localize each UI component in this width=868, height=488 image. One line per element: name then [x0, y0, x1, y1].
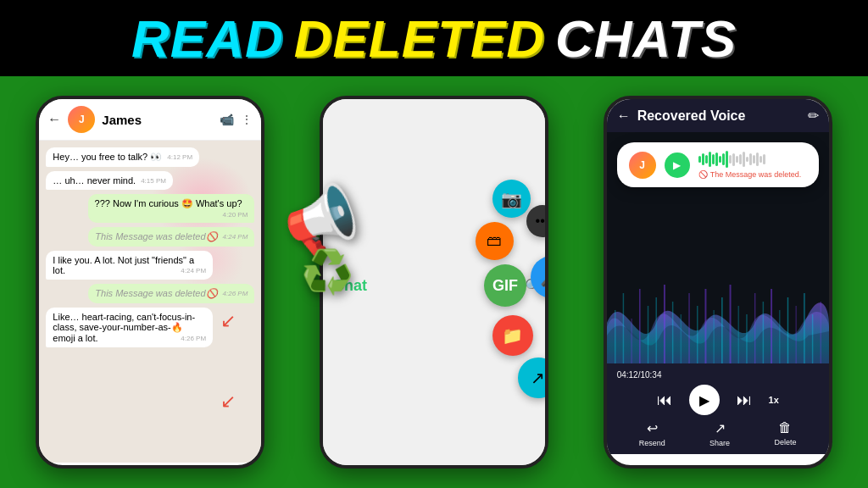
chat-messages: Hey… you free to talk? 👀4:12 PM … uh… ne… [39, 141, 261, 463]
phone1-topbar: ← J James 📹 ⋮ [39, 99, 261, 141]
play-button[interactable]: ▶ [665, 152, 690, 178]
delete-label: Delete [774, 438, 796, 446]
voice-content: J ▶ [607, 132, 829, 454]
search-icon[interactable]: 🔍 [525, 278, 542, 294]
phone2-mockup: Chat 🔍 J James 🚫 The messages was delet.… [320, 96, 548, 469]
voice-message-bubble: J ▶ [617, 142, 819, 187]
share-label: Share [709, 439, 730, 447]
play-pause-button[interactable]: ▶ [689, 385, 720, 415]
speed-badge[interactable]: 1x [769, 395, 779, 405]
sender-avatar: J [629, 152, 656, 179]
msg-5: I like you. A lot. Not just "friends" a … [46, 251, 213, 280]
voice-controls: 04:12/10:34 ⏮ ▶ ⏭ 1x ↩ Resend ↗ Share [607, 363, 829, 454]
main-content: ← J James 📹 ⋮ Hey… you free to talk? 👀4:… [0, 76, 868, 488]
more-options-icon[interactable]: ⋮ [241, 113, 253, 126]
playback-buttons: ⏮ ▶ ⏭ 1x [617, 385, 819, 415]
skip-forward-icon[interactable]: ⏭ [737, 391, 752, 409]
time-display: 04:12/10:34 [617, 370, 819, 380]
msg-6-deleted: This Message was deleted🚫4:26 PM [88, 284, 254, 303]
avatar: J [68, 106, 95, 133]
arrow-indicator-1: ↙ [220, 310, 236, 332]
phone3-mockup: ← Recovered Voice ✏ J ▶ [604, 96, 832, 469]
edit-icon[interactable]: ✏ [808, 108, 819, 124]
resend-icon: ↩ [647, 420, 658, 436]
msg-7: Like… heart-racing, can't-focus-in-class… [46, 308, 213, 347]
header-banner: READ DELETED CHATS [0, 0, 868, 76]
action-buttons: ↩ Resend ↗ Share 🗑 Delete [617, 420, 819, 447]
phone1-header-icons: 📹 ⋮ [220, 113, 253, 126]
arrow-indicator-2: ↙ [220, 391, 236, 413]
video-call-icon[interactable]: 📹 [220, 113, 234, 126]
header-read-text: READ [131, 8, 284, 69]
header-deleted-text: DELETED [294, 8, 545, 69]
resend-button[interactable]: ↩ Resend [639, 420, 665, 447]
back-arrow-icon[interactable]: ← [47, 112, 61, 127]
msg-4-deleted: This Message was deleted🚫4:24 PM [88, 227, 254, 247]
phone2-header: Chat 🔍 [323, 99, 548, 469]
msg-1: Hey… you free to talk? 👀4:12 PM [46, 147, 199, 167]
header-chats-text: CHATS [555, 8, 737, 69]
delete-button[interactable]: 🗑 Delete [774, 420, 796, 447]
msg-2: … uh… never mind.4:15 PM [46, 171, 173, 190]
resend-label: Resend [639, 439, 665, 447]
wave-bars [698, 151, 807, 168]
deleted-label: 🚫 The Message was deleted. [698, 170, 807, 179]
back-arrow-icon[interactable]: ← [617, 108, 631, 124]
msg-3: ??? Now I'm curious 🤩 What's up?4:20 PM [88, 194, 255, 223]
contact-name: James [102, 113, 213, 127]
share-button[interactable]: ↗ Share [709, 420, 730, 447]
delete-icon: 🗑 [778, 420, 792, 435]
chat-header-title: Chat [333, 277, 367, 295]
waveform-display: 🚫 The Message was deleted. [698, 151, 807, 179]
phone1-mockup: ← J James 📹 ⋮ Hey… you free to talk? 👀4:… [36, 96, 264, 469]
phone3-header: ← Recovered Voice ✏ [607, 99, 829, 132]
voice-screen-title: Recovered Voice [637, 108, 801, 124]
share-icon: ↗ [715, 420, 726, 436]
skip-back-icon[interactable]: ⏮ [657, 391, 672, 409]
